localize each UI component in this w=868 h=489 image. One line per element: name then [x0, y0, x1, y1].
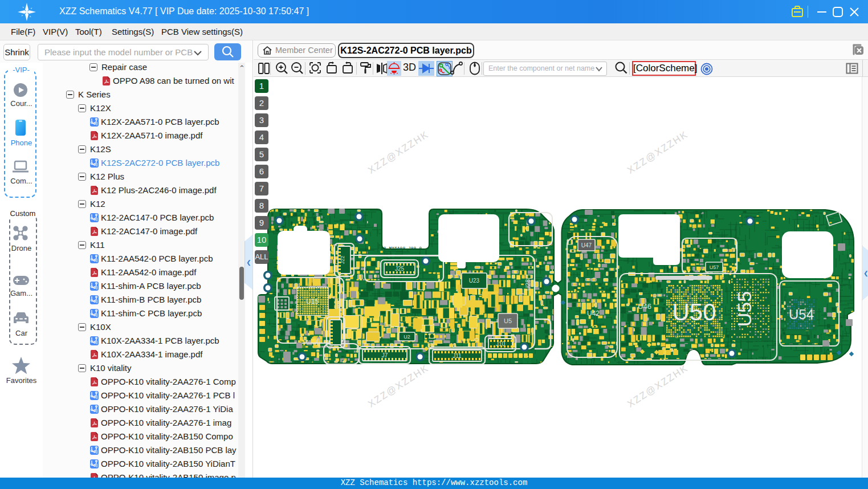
svg-text:U15: U15 [306, 298, 319, 305]
svg-text:U54: U54 [789, 307, 814, 322]
svg-text:U5: U5 [504, 317, 512, 324]
svg-text:XZZ@XZZHK: XZZ@XZZHK [625, 129, 690, 176]
svg-text:U2: U2 [404, 334, 410, 340]
svg-text:J11: J11 [453, 353, 462, 359]
svg-text:U50: U50 [672, 299, 716, 325]
svg-text:U28: U28 [524, 279, 531, 291]
svg-text:J22: J22 [340, 256, 345, 264]
svg-text:U23: U23 [469, 278, 480, 284]
svg-text:J7: J7 [382, 352, 388, 358]
svg-text:U57: U57 [710, 264, 719, 270]
svg-text:XZZ@XZZHK: XZZ@XZZHK [366, 362, 431, 410]
svg-text:U42: U42 [587, 309, 600, 317]
svg-text:88 MX6A08 J80 0: 88 MX6A08 J80 0 [381, 246, 422, 251]
svg-text:J25: J25 [395, 266, 405, 272]
svg-text:U46: U46 [638, 302, 651, 311]
svg-text:XZZ@XZZHK: XZZ@XZZHK [625, 362, 690, 410]
svg-text:J10: J10 [496, 341, 506, 347]
svg-text:U55: U55 [733, 291, 755, 327]
svg-text:U47: U47 [581, 242, 592, 248]
svg-text:XZZ@XZZHK: XZZ@XZZHK [366, 129, 431, 176]
